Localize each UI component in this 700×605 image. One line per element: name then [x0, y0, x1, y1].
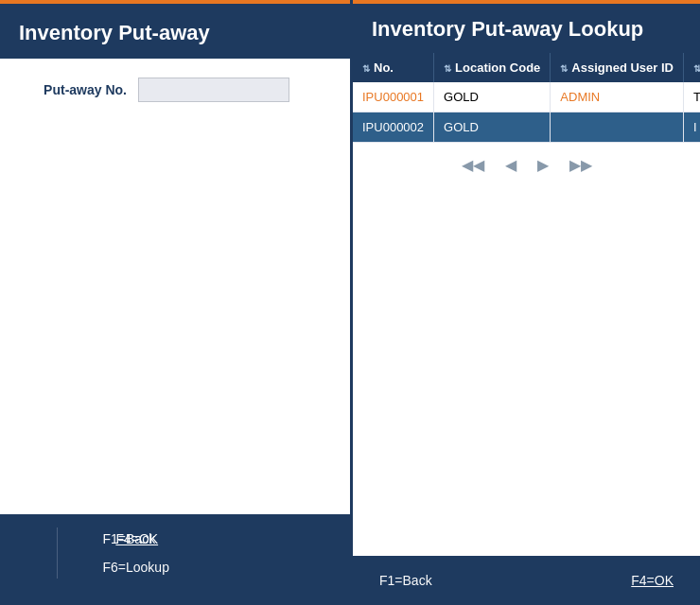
f4-ok-button-right[interactable]: F4=OK: [623, 569, 681, 592]
left-footer: F1=Back F4=OK F6=Lookup: [0, 514, 350, 605]
no-link[interactable]: IPU000001: [362, 90, 424, 104]
footer-empty: [19, 584, 96, 592]
sort-icon-no: ⇅: [362, 63, 370, 74]
prev-page-button[interactable]: ◀: [499, 154, 522, 176]
table-row[interactable]: IPU000001GOLDADMINT: [353, 82, 700, 112]
f1-back-button-right[interactable]: F1=Back: [372, 569, 440, 592]
cell-location-code: GOLD: [434, 82, 551, 112]
col-location-code[interactable]: ⇅Location Code: [434, 53, 551, 82]
cell-extra: I T: [684, 112, 701, 143]
sort-icon-location: ⇅: [444, 63, 451, 74]
sort-icon-user: ⇅: [560, 63, 568, 74]
footer-divider: [57, 527, 58, 579]
cell-no: IPU000002: [353, 112, 434, 143]
right-panel: Inventory Put-away Lookup ⇅No. ⇅Location…: [350, 0, 700, 605]
cell-assigned-user-id: [551, 112, 684, 143]
table-body: IPU000001GOLDADMINTIPU000002GOLDI T: [353, 82, 700, 143]
pagination-controls: ◀◀ ◀ ▶ ▶▶: [353, 143, 700, 187]
lookup-table: ⇅No. ⇅Location Code ⇅Assigned User ID ⇅S…: [353, 53, 700, 143]
sort-icon-extra: ⇅: [693, 63, 700, 74]
cell-location-code: GOLD: [434, 112, 551, 143]
table-row[interactable]: IPU000002GOLDI T: [353, 112, 700, 143]
next-page-button[interactable]: ▶: [532, 154, 554, 176]
cell-no: IPU000001: [353, 82, 434, 112]
f4-ok-button-left[interactable]: F4=OK: [99, 527, 176, 550]
left-footer-grid: F1=Back F4=OK F6=Lookup: [19, 527, 175, 592]
left-form-area: Put-away No.: [0, 59, 350, 514]
putaway-no-input[interactable]: [138, 78, 289, 102]
cell-extra: T: [684, 82, 701, 112]
right-title: Inventory Put-away Lookup: [353, 4, 700, 53]
right-footer: F1=Back F4=OK: [353, 556, 700, 605]
col-extra[interactable]: ⇅S D: [684, 53, 701, 82]
first-page-button[interactable]: ◀◀: [456, 154, 490, 176]
col-assigned-user-id[interactable]: ⇅Assigned User ID: [551, 53, 684, 82]
table-header-row: ⇅No. ⇅Location Code ⇅Assigned User ID ⇅S…: [353, 53, 700, 82]
putaway-no-label: Put-away No.: [23, 82, 127, 97]
cell-assigned-user-id: ADMIN: [551, 82, 684, 112]
left-title: Inventory Put-away: [0, 4, 350, 59]
last-page-button[interactable]: ▶▶: [564, 154, 598, 176]
putaway-no-row: Put-away No.: [23, 78, 327, 102]
no-link[interactable]: IPU000002: [362, 120, 424, 134]
left-panel: Inventory Put-away Put-away No. F1=Back …: [0, 0, 350, 605]
col-no[interactable]: ⇅No.: [353, 53, 434, 82]
lookup-table-wrapper: ⇅No. ⇅Location Code ⇅Assigned User ID ⇅S…: [353, 53, 700, 556]
